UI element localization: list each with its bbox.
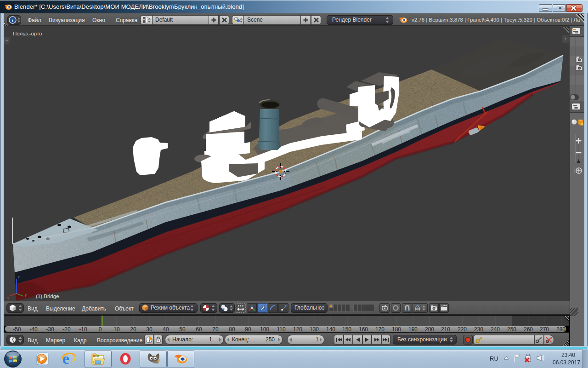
svg-text:-40: -40 — [29, 326, 38, 333]
svg-text:220: 220 — [458, 326, 467, 333]
svg-text:160: 160 — [359, 326, 368, 333]
svg-text:z: z — [18, 275, 20, 279]
svg-text:280: 280 — [556, 326, 565, 333]
svg-text:-30: -30 — [46, 326, 54, 333]
svg-text:270: 270 — [540, 326, 549, 333]
svg-text:40: 40 — [163, 326, 169, 333]
svg-text:0: 0 — [99, 326, 102, 333]
svg-text:110: 110 — [277, 326, 285, 333]
svg-text:-50: -50 — [13, 326, 21, 333]
svg-text:200: 200 — [425, 326, 434, 333]
svg-text:60: 60 — [196, 326, 202, 333]
svg-text:140: 140 — [326, 326, 335, 333]
svg-text:-20: -20 — [62, 326, 71, 333]
svg-text:170: 170 — [375, 326, 384, 333]
svg-text:10: 10 — [113, 326, 120, 333]
svg-text:210: 210 — [441, 326, 450, 333]
svg-text:120: 120 — [293, 326, 302, 333]
svg-text:180: 180 — [392, 326, 401, 333]
svg-text:240: 240 — [491, 326, 500, 333]
svg-text:100: 100 — [260, 326, 269, 333]
svg-text:50: 50 — [179, 326, 186, 333]
svg-text:80: 80 — [229, 326, 235, 333]
svg-text:130: 130 — [310, 326, 319, 333]
svg-text:250: 250 — [507, 326, 516, 333]
svg-text:i: i — [12, 17, 13, 23]
svg-text:260: 260 — [524, 326, 533, 333]
svg-text:30: 30 — [146, 326, 153, 333]
svg-text:150: 150 — [342, 326, 351, 333]
svg-text:e: e — [62, 350, 69, 367]
svg-text:x: x — [7, 296, 9, 300]
svg-text:70: 70 — [212, 326, 219, 333]
svg-text:y: y — [25, 293, 27, 297]
svg-text:20: 20 — [130, 326, 136, 333]
svg-text:90: 90 — [245, 326, 251, 333]
svg-text:230: 230 — [474, 326, 483, 333]
svg-text:190: 190 — [408, 326, 418, 333]
svg-text:-10: -10 — [79, 326, 87, 333]
